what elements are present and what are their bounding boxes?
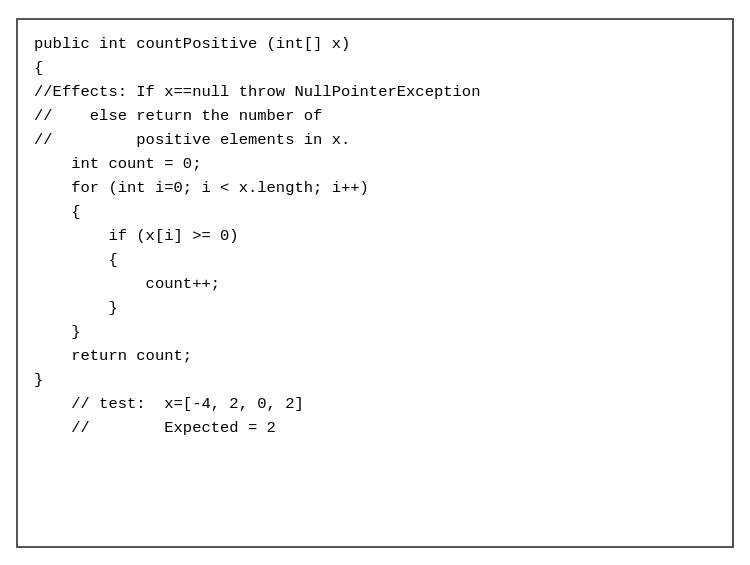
code-line: // else return the number of xyxy=(34,104,716,128)
code-line: // positive elements in x. xyxy=(34,128,716,152)
code-block: public int countPositive (int[] x){//Eff… xyxy=(16,18,734,548)
code-line: //Effects: If x==null throw NullPointerE… xyxy=(34,80,716,104)
code-line: if (x[i] >= 0) xyxy=(34,224,716,248)
code-line: int count = 0; xyxy=(34,152,716,176)
code-line: } xyxy=(34,320,716,344)
code-line: { xyxy=(34,200,716,224)
code-line: // test: x=[-4, 2, 0, 2] xyxy=(34,392,716,416)
code-line: // Expected = 2 xyxy=(34,416,716,440)
code-line: { xyxy=(34,248,716,272)
code-line: } xyxy=(34,368,716,392)
code-line: public int countPositive (int[] x) xyxy=(34,32,716,56)
code-line: count++; xyxy=(34,272,716,296)
code-line: } xyxy=(34,296,716,320)
code-line: return count; xyxy=(34,344,716,368)
code-line: { xyxy=(34,56,716,80)
code-line: for (int i=0; i < x.length; i++) xyxy=(34,176,716,200)
